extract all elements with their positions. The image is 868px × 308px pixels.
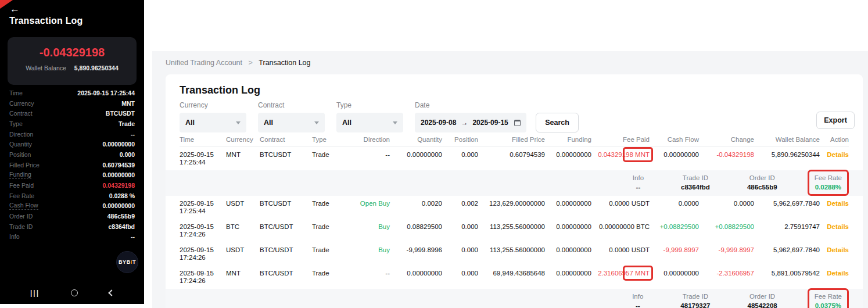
cell-position: 0.000: [442, 223, 478, 238]
page-title: Transaction Log: [180, 84, 260, 96]
details-link[interactable]: Details: [820, 246, 849, 262]
chevron-down-icon: [393, 121, 397, 124]
cell-wallet-balance: 5,890.96250344: [754, 151, 820, 166]
cell-cash-flow: -9,999.8997: [650, 246, 699, 262]
detail-label: Position: [9, 151, 31, 158]
details-link[interactable]: Details: [820, 200, 849, 215]
column-header: Currency: [226, 136, 260, 143]
phone-panel: ← Transaction Log -0.04329198 Wallet Bal…: [0, 0, 144, 304]
detail-label: Fee Rate: [9, 192, 34, 199]
cell-wallet-balance: 2.75919747: [754, 223, 820, 238]
detail-label: Order ID: [9, 213, 33, 220]
transaction-table: Time Currency Contract Type Direction Qu…: [180, 132, 849, 308]
cell-change: -0.04329198: [699, 151, 754, 166]
cell-wallet-balance: 5,962,697.7840: [754, 200, 820, 215]
detail-value: 0.0288 %: [109, 192, 135, 199]
cell-direction: Open Buy: [348, 200, 390, 215]
detail-value: 0.00000000: [103, 202, 135, 209]
currency-filter-label: Currency: [180, 101, 246, 109]
column-header: Fee Paid: [591, 136, 650, 143]
detail-value: 0.000: [120, 151, 135, 158]
cell-position: 0.000: [442, 151, 478, 166]
detail-label: Contract: [9, 110, 33, 117]
cell-quantity: -9,999.8996: [390, 246, 442, 262]
cell-contract: BTC/USDT: [260, 223, 312, 238]
cell-filled-price: 113,255.56000000: [478, 223, 545, 238]
detail-label-cashflow-tooltip[interactable]: Cash Flow: [9, 202, 38, 210]
breadcrumb-current: Transaction Log: [259, 59, 310, 67]
bybit-logo-text: BYB: [119, 259, 131, 265]
cell-direction: --: [348, 270, 390, 285]
column-header: Quantity: [390, 136, 442, 143]
cell-currency: USDT: [226, 246, 260, 262]
wallet-balance-label: Wallet Balance: [26, 65, 66, 71]
cell-currency: MNT: [226, 270, 260, 285]
cell-funding: 0.00000000: [545, 270, 591, 285]
details-link[interactable]: Details: [820, 223, 849, 238]
table-header-row: Time Currency Contract Type Direction Qu…: [180, 132, 849, 147]
cell-currency: USDT: [226, 200, 260, 215]
detail-value: c8364fbd: [108, 223, 135, 230]
cell-time: 2025-09-1517:24:26: [180, 246, 226, 262]
contract-select[interactable]: All: [258, 113, 325, 132]
filter-bar: Currency All Contract All Type All: [180, 101, 579, 132]
detail-value: BTCUSDT: [106, 110, 135, 117]
column-header: Cash Flow: [650, 136, 699, 143]
column-header: Funding: [545, 136, 591, 143]
cell-time: 2025-09-1517:25:44: [180, 200, 226, 215]
date-range-picker[interactable]: 2025-09-08 → 2025-09-15: [415, 113, 526, 132]
search-button[interactable]: Search: [536, 113, 579, 132]
table-row: 2025-09-1517:25:44 MNT BTCUSDT Trade -- …: [180, 147, 849, 170]
column-header: Contract: [260, 136, 312, 143]
export-button[interactable]: Export: [816, 112, 855, 129]
cell-time: 2025-09-1517:25:44: [180, 151, 226, 166]
type-filter-label: Type: [336, 101, 403, 109]
change-amount: -0.04329198: [8, 46, 137, 59]
currency-select[interactable]: All: [180, 113, 246, 132]
recents-icon[interactable]: |||: [30, 289, 40, 297]
currency-select-value: All: [185, 119, 195, 127]
cell-type: Trade: [312, 246, 348, 262]
cell-direction: Buy: [348, 223, 390, 238]
cell-quantity: 0.0020: [390, 200, 442, 215]
detail-label-funding-tooltip[interactable]: Funding: [9, 171, 31, 179]
details-link[interactable]: Details: [820, 151, 849, 166]
cell-funding: 0.00000000: [545, 246, 591, 262]
wallet-balance-value: 5,890.96250344: [74, 65, 119, 71]
cell-position: 0.000: [442, 270, 478, 285]
cell-contract: BTC/USDT: [260, 270, 312, 285]
detail-label: Trade ID: [9, 223, 33, 230]
date-end: 2025-09-15: [472, 119, 508, 127]
cell-quantity: 0.00000000: [390, 270, 442, 285]
cell-quantity: 0.00000000: [390, 151, 442, 166]
date-filter-label: Date: [415, 101, 526, 109]
cell-quantity: 0.08829500: [390, 223, 442, 238]
home-icon[interactable]: [71, 289, 78, 296]
cell-position: 0.002: [442, 200, 478, 215]
sub-block-trade-id: Trade ID 48179327: [680, 292, 710, 308]
cell-cash-flow: 0.0000: [650, 200, 699, 215]
breadcrumb-parent-link[interactable]: Unified Trading Account: [166, 59, 242, 67]
details-link[interactable]: Details: [820, 270, 849, 285]
detail-row: Fee Rate0.0288 %: [9, 191, 135, 201]
table-row: 2025-09-1517:24:26 MNT BTC/USDT Trade --…: [180, 266, 849, 289]
breadcrumb-separator: >: [249, 59, 253, 67]
cell-direction: --: [348, 151, 390, 166]
detail-row: TypeTrade: [9, 119, 135, 129]
detail-label: Direction: [9, 131, 33, 138]
balance-summary-card: -0.04329198 Wallet Balance 5,890.9625034…: [8, 37, 137, 85]
detail-row: Order ID486c55b9: [9, 211, 135, 221]
expanded-detail-row: Info -- Trade ID 48179327 Order ID 48542…: [166, 289, 863, 308]
column-header: Wallet Balance: [754, 136, 820, 143]
bybit-logo[interactable]: BYBIT: [116, 251, 138, 273]
detail-row: ContractBTCUSDT: [9, 108, 135, 119]
column-header: Type: [312, 136, 348, 143]
type-select[interactable]: All: [336, 113, 403, 132]
nav-back-icon[interactable]: [108, 289, 114, 296]
cell-type: Trade: [312, 223, 348, 238]
chevron-down-icon: [314, 121, 319, 124]
transaction-detail-list: Time2025-09-15 17:25:44 CurrencyMNT Cont…: [9, 88, 135, 242]
column-header: Time: [180, 136, 226, 143]
cell-cash-flow: 0.00000000: [650, 151, 699, 166]
contract-select-value: All: [264, 119, 273, 127]
